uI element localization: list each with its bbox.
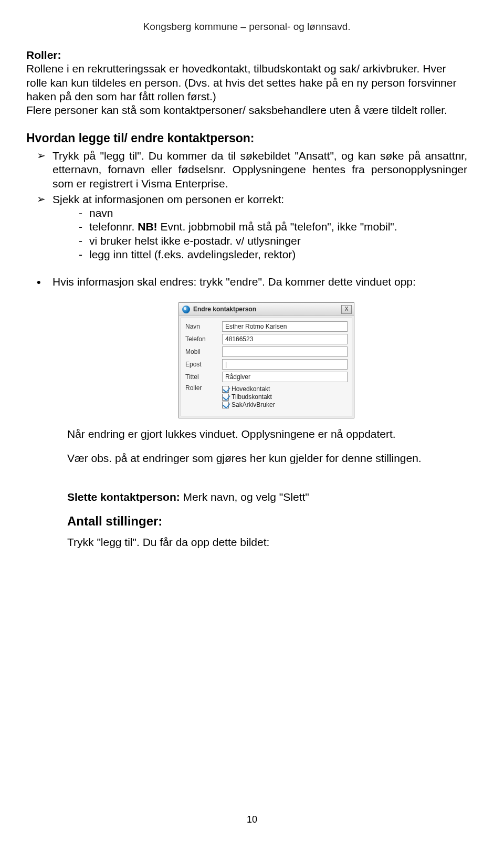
antall-p: Trykk "legg til". Du får da opp dette bi…	[67, 536, 467, 549]
app-icon	[182, 306, 190, 313]
checkbox-hovedkontakt[interactable]	[222, 386, 229, 393]
roller-p1: Rollene i en rekrutteringssak er hovedko…	[26, 62, 456, 102]
input-telefon[interactable]: 48166523	[222, 334, 348, 344]
after-p2: Vær obs. på at endringer som gjøres her …	[67, 452, 467, 465]
checkbox-tilbudskontakt[interactable]	[222, 394, 229, 401]
input-navn[interactable]: Esther Rotmo Karlsen	[222, 321, 348, 332]
after-p1: Når endring er gjort lukkes vinduet. Opp…	[67, 428, 467, 440]
role-sakarkivbruker: SakArkivBruker	[232, 401, 275, 408]
antall-heading: Antall stillinger:	[67, 514, 467, 529]
step-2-intro: Sjekk at informasjonen om personen er ko…	[52, 193, 284, 205]
checkbox-sakarkivbruker[interactable]	[222, 402, 229, 408]
endre-bullet: Hvis informasjon skal endres: trykk "end…	[26, 275, 467, 289]
role-tilbudskontakt: Tilbudskontakt	[232, 393, 272, 401]
check-navn: -navn	[89, 206, 467, 220]
input-epost[interactable]: |	[222, 359, 348, 370]
page-header: Kongsberg kommune – personal- og lønnsav…	[26, 21, 467, 33]
endre-instruction: Hvis informasjon skal endres: trykk "end…	[52, 275, 467, 289]
edit-contact-dialog: Endre kontaktperson X Navn Esther Rotmo …	[178, 302, 354, 418]
role-hovedkontakt: Hovedkontakt	[232, 385, 270, 393]
hvordan-section: Hvordan legge til/ endre kontaktperson: …	[26, 131, 467, 261]
after-dialog-text: Når endring er gjort lukkes vinduet. Opp…	[26, 428, 467, 549]
check-telefon: -telefonnr. NB! Evnt. jobbmobil må stå p…	[89, 220, 467, 234]
close-button[interactable]: X	[341, 305, 352, 314]
roller-section: Roller: Rollene i en rekrutteringssak er…	[26, 48, 467, 117]
label-navn: Navn	[185, 323, 222, 330]
label-mobil: Mobil	[185, 348, 222, 355]
label-telefon: Telefon	[185, 335, 222, 343]
label-epost: Epost	[185, 361, 222, 368]
input-tittel[interactable]: Rådgiver	[222, 372, 348, 382]
roller-p2: Flere personer kan stå som kontaktperson…	[26, 104, 447, 116]
input-mobil[interactable]	[222, 346, 348, 357]
slette-heading: Slette kontaktperson:	[67, 491, 180, 503]
label-tittel: Tittel	[185, 373, 222, 381]
dialog-titlebar: Endre kontaktperson X	[179, 303, 354, 316]
roles-group: Hovedkontakt Tilbudskontakt SakArkivBruk…	[222, 384, 348, 408]
slette-line: Slette kontaktperson: Merk navn, og velg…	[67, 491, 467, 503]
step-2: Sjekk at informasjonen om personen er ko…	[52, 193, 467, 261]
roller-heading: Roller:	[26, 49, 61, 61]
page-number: 10	[0, 814, 504, 825]
check-epost: -vi bruker helst ikke e-postadr. v/ utly…	[89, 234, 467, 248]
step-1: Trykk på "legg til". Du kommer da til sø…	[52, 149, 467, 191]
dialog-body: Navn Esther Rotmo Karlsen Telefon 481665…	[181, 318, 352, 416]
check-tittel: -legg inn tittel (f.eks. avdelingsleder,…	[89, 248, 467, 261]
dialog-title: Endre kontaktperson	[193, 306, 256, 313]
label-roller: Roller	[185, 384, 222, 392]
hvordan-heading: Hvordan legge til/ endre kontaktperson:	[26, 131, 467, 146]
